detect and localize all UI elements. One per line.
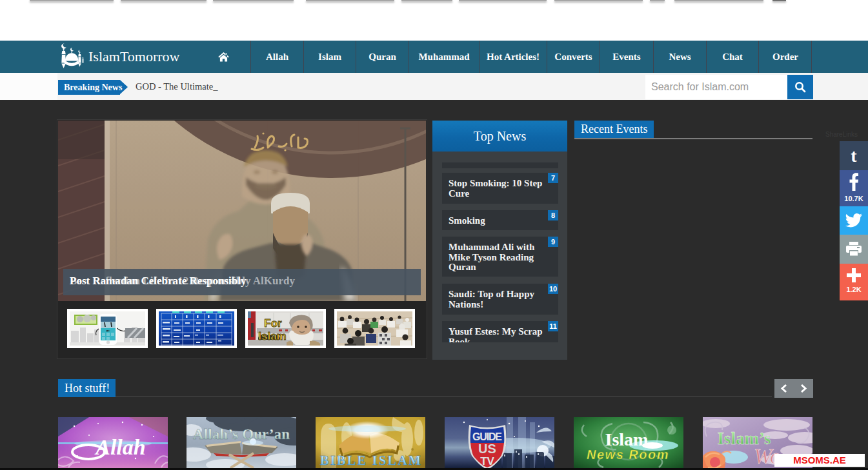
- svg-text:Allah: Allah: [94, 435, 145, 459]
- svg-text:For: For: [264, 317, 282, 329]
- svg-text:BIBLE ISLAM: BIBLE ISLAM: [320, 453, 421, 467]
- svg-text:US: US: [478, 442, 496, 456]
- svg-text:News Room: News Room: [587, 447, 669, 462]
- svg-text:Islam: Islam: [258, 330, 286, 342]
- svg-text:Allah’s Qur’an: Allah’s Qur’an: [193, 426, 290, 442]
- svg-text:GUIDE: GUIDE: [472, 431, 502, 442]
- svg-text:TV: TV: [480, 455, 494, 467]
- svg-text:Islam: Islam: [605, 429, 649, 449]
